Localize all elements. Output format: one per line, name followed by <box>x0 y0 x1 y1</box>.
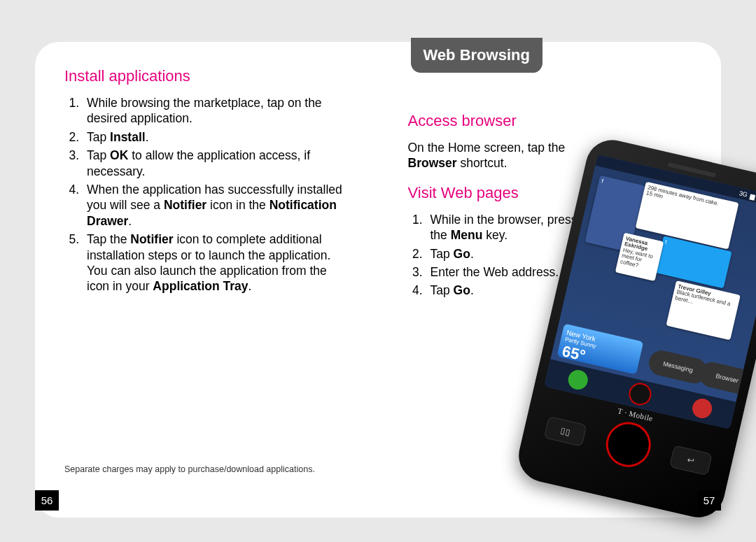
nav-home-button-icon <box>601 418 655 471</box>
install-step-1: While browsing the marketplace, tap on t… <box>83 95 350 127</box>
chapter-tab-web-browsing: Web Browsing <box>411 38 542 73</box>
install-step-2: Tap Install. <box>83 129 350 145</box>
status-signal-icon: ▆ <box>750 192 756 200</box>
install-steps-list: While browsing the marketplace, tap on t… <box>64 95 350 294</box>
manual-page-spread: Install applications While browsing the … <box>35 42 721 518</box>
heading-install-applications: Install applications <box>64 67 350 85</box>
dock-apps-icon <box>691 397 715 420</box>
install-step-3: Tap OK to allow the application access, … <box>83 148 350 179</box>
dock-phone-icon <box>566 368 590 392</box>
page-right: Web Browsing Access browser On the Home … <box>379 42 722 518</box>
heading-access-browser: Access browser <box>408 112 590 130</box>
install-step-5: Tap the Notifier icon to complete additi… <box>83 231 350 294</box>
page-left: Install applications While browsing the … <box>35 42 379 518</box>
page-number-right: 57 <box>697 490 721 511</box>
footnote-charges: Separate charges may apply to purchase/d… <box>64 464 372 476</box>
page-number-left: 56 <box>35 490 59 511</box>
widget-contact-card-1: Vanessa Eskridge Hey, want to meet for c… <box>615 233 664 282</box>
visit-step-1: While in the browser, press the Menu key… <box>426 212 590 243</box>
heading-visit-web-pages: Visit Web pages <box>408 184 590 202</box>
dock-center-icon <box>626 380 653 407</box>
nav-back-button-icon: ↩ <box>669 445 713 476</box>
status-network-icon: 3G <box>738 190 748 198</box>
access-browser-body: On the Home screen, tap the Browser shor… <box>408 140 590 171</box>
install-step-4: When the application has successfully in… <box>83 182 350 229</box>
shortcut-browser: Browser <box>697 359 756 397</box>
nav-menu-button-icon: ▯▯ <box>544 416 587 447</box>
widget-contact-card-2: Trevor Gilley Black turtleneck and a ber… <box>666 280 740 340</box>
